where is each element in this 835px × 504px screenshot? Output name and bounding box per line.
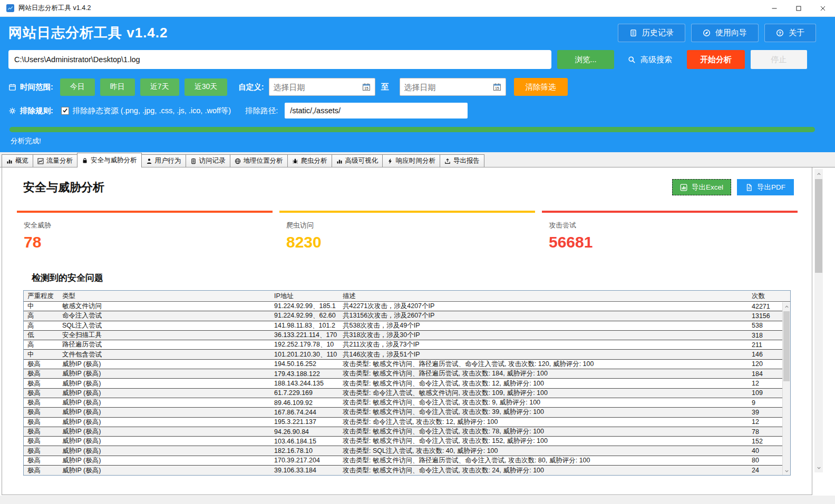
scroll-down-icon[interactable] [783, 468, 790, 474]
export-pdf-button[interactable]: 导出PDF [737, 179, 794, 195]
history-icon [629, 29, 637, 37]
main-panel: 安全与威胁分析 导出Excel 导出PDF 安全威胁78爬虫访问8230攻击尝试… [2, 167, 812, 495]
table-row[interactable]: 极高威胁IP (极高)188.143.244.135攻击类型: 敏感文件访问、命… [24, 379, 790, 388]
calendar-picker-icon[interactable]: 15 [493, 83, 501, 91]
svg-text:15: 15 [495, 86, 499, 90]
start-analysis-button[interactable]: 开始分析 [687, 50, 745, 69]
file-path-input[interactable] [8, 50, 551, 69]
history-label: 历史记录 [642, 28, 674, 38]
table-cell: 攻击类型: 敏感文件访问、命令注入尝试, 攻击次数: 24, 威胁评分: 100 [339, 466, 748, 475]
scroll-down-icon[interactable] [814, 464, 823, 471]
table-body: 中敏感文件访问91.224.92.99、185.1共42271次攻击，涉及420… [24, 302, 790, 475]
tab-label: 访问记录 [199, 156, 226, 165]
close-button[interactable] [811, 0, 835, 16]
stat-card-crawler-visits: 爬虫访问8230 [279, 211, 535, 258]
table-cell: 极高 [24, 418, 59, 427]
table-row[interactable]: 高命令注入尝试91.224.92.99、62.60共13156次攻击，涉及260… [24, 311, 790, 321]
table-cell: 路径遍历尝试 [59, 340, 270, 349]
time-presets: 今日昨日近7天近30天 [60, 78, 227, 96]
table-row[interactable]: 中敏感文件访问91.224.92.99、185.1共42271次攻击，涉及420… [24, 302, 790, 311]
scroll-up-icon[interactable] [814, 170, 823, 177]
table-cell: 低 [24, 331, 59, 340]
preset-last-7-days[interactable]: 近7天 [140, 78, 179, 96]
table-cell: 威胁IP (极高) [59, 466, 270, 475]
preset-last-30-days[interactable]: 近30天 [185, 78, 228, 96]
search-icon [628, 56, 636, 64]
scroll-up-icon[interactable] [783, 303, 790, 310]
tab-label: 高级可视化 [345, 156, 378, 165]
tab-label: 爬虫分析 [301, 156, 327, 165]
security-issues-table: 严重程度类型IP地址描述次数 中敏感文件访问91.224.92.99、185.1… [23, 290, 791, 476]
table-row[interactable]: 高路径遍历尝试192.252.179.78、10共211次攻击，涉及73个IP2… [24, 340, 790, 350]
table-row[interactable]: 极高威胁IP (极高)94.26.90.84攻击类型: 敏感文件访问、命令注入尝… [24, 427, 790, 437]
tab-access-log[interactable]: 访问记录 [186, 154, 230, 167]
column-header: 严重程度 [24, 292, 59, 301]
history-button[interactable]: 历史记录 [618, 24, 685, 42]
table-cell: 威胁IP (极高) [59, 379, 270, 388]
preset-yesterday[interactable]: 昨日 [100, 78, 135, 96]
tab-user-behavior[interactable]: 用户行为 [141, 154, 186, 167]
table-row[interactable]: 极高威胁IP (极高)167.86.74.244攻击类型: 敏感文件访问、命令注… [24, 408, 790, 417]
table-row[interactable]: 极高威胁IP (极高)195.3.221.137攻击类型: 命令注入尝试, 攻击… [24, 418, 790, 427]
table-scrollbar-thumb[interactable] [783, 311, 790, 381]
guide-button[interactable]: 使用向导 [691, 24, 759, 42]
advanced-search-button[interactable]: 高级搜索 [628, 55, 672, 65]
clear-filter-button[interactable]: 清除筛选 [514, 78, 568, 96]
export-excel-button[interactable]: 导出Excel [672, 179, 731, 195]
preset-today[interactable]: 今日 [60, 78, 95, 96]
tab-crawler[interactable]: 爬虫分析 [287, 154, 332, 167]
exclude-path-input[interactable] [285, 103, 468, 118]
table-cell: SQL注入尝试 [59, 321, 270, 330]
window-title: 网站日志分析工具 v1.4.2 [18, 4, 91, 13]
globe-icon [235, 158, 241, 164]
custom-range-label: 自定义: [238, 82, 264, 92]
table-cell: 共42271次攻击，涉及4207个IP [339, 302, 748, 311]
tab-export-report[interactable]: 导出报告 [440, 154, 484, 167]
table-cell: 195.3.221.137 [270, 418, 339, 426]
check-icon [62, 106, 68, 115]
table-row[interactable]: 极高威胁IP (极高)194.50.16.252攻击类型: 敏感文件访问、路径遍… [24, 360, 790, 369]
table-row[interactable]: 极高威胁IP (极高)182.16.78.10攻击类型: SQL注入尝试, 攻击… [24, 446, 790, 456]
progress-bar [9, 127, 815, 132]
table-scrollbar[interactable] [782, 302, 790, 475]
date-from-input[interactable] [274, 83, 362, 92]
tab-overview[interactable]: 概览 [2, 154, 33, 167]
header-nav: 历史记录使用向导?关于 [618, 24, 816, 42]
browse-button[interactable]: 浏览... [557, 50, 614, 69]
calendar-picker-icon[interactable]: 15 [362, 83, 371, 91]
stop-button[interactable]: 停止 [751, 50, 807, 69]
calendar-icon [8, 83, 16, 91]
tab-geo[interactable]: 地理位置分析 [230, 154, 288, 167]
table-cell: 高 [24, 340, 59, 349]
tab-response-time[interactable]: 响应时间分析 [382, 154, 440, 167]
table-cell: 攻击类型: 敏感文件访问、路径遍历尝试、命令注入尝试, 攻击次数: 120, 威… [339, 360, 748, 369]
table-row[interactable]: 高SQL注入尝试141.98.11.83、101.2共538次攻击，涉及49个I… [24, 321, 790, 331]
table-row[interactable]: 极高威胁IP (极高)89.46.109.92攻击类型: 敏感文件访问、命令注入… [24, 398, 790, 408]
table-row[interactable]: 低安全扫描工具36.133.221.114、170共318次攻击，涉及30个IP… [24, 331, 790, 340]
table-row[interactable]: 极高威胁IP (极高)39.106.33.184攻击类型: 敏感文件访问、命令注… [24, 466, 790, 475]
date-to-input[interactable] [404, 83, 493, 92]
minimize-button[interactable] [762, 0, 787, 16]
exclude-static-checkbox[interactable] [61, 107, 69, 115]
about-label: 关于 [789, 28, 804, 38]
page-scrollbar[interactable] [814, 169, 823, 472]
about-button[interactable]: ?关于 [764, 24, 816, 42]
table-row[interactable]: 极高威胁IP (极高)61.7.229.169攻击类型: 命令注入尝试、敏感文件… [24, 389, 790, 398]
table-row[interactable]: 极高威胁IP (极高)170.39.217.204攻击类型: 敏感文件访问、路径… [24, 456, 790, 466]
maximize-button[interactable] [787, 0, 811, 16]
tab-security[interactable]: 安全与威胁分析 [77, 153, 142, 167]
gear-icon [8, 107, 16, 115]
table-cell: 101.201.210.30、110 [270, 350, 339, 359]
svg-text:?: ? [779, 31, 781, 36]
page-scrollbar-thumb[interactable] [815, 179, 822, 273]
section-title: 安全与威胁分析 [23, 180, 104, 195]
tab-traffic[interactable]: 流量分析 [33, 154, 77, 167]
table-cell: 威胁IP (极高) [59, 389, 270, 398]
table-cell: 安全扫描工具 [59, 331, 270, 340]
tab-visualization[interactable]: 高级可视化 [332, 154, 383, 167]
table-row[interactable]: 极高威胁IP (极高)103.46.184.15攻击类型: 敏感文件访问、命令注… [24, 437, 790, 446]
column-header: IP地址 [270, 292, 339, 301]
window-titlebar: 网站日志分析工具 v1.4.2 [0, 0, 835, 17]
table-row[interactable]: 中文件包含尝试101.201.210.30、110共146次攻击，涉及51个IP… [24, 350, 790, 359]
table-row[interactable]: 极高威胁IP (极高)179.43.188.122攻击类型: 敏感文件访问、路径… [24, 369, 790, 379]
